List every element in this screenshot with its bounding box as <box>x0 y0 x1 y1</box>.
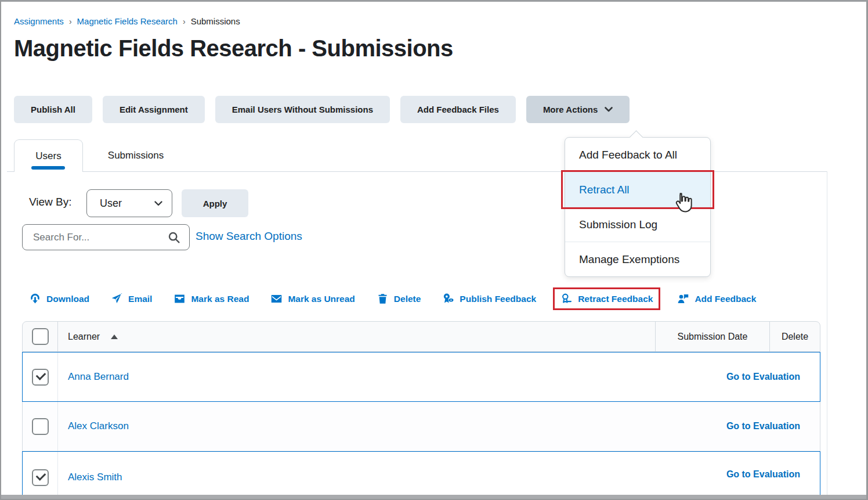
menu-item-retract-all[interactable]: Retract All <box>565 172 710 207</box>
envelope-icon <box>270 293 283 305</box>
retract-feedback-action[interactable]: Retract Feedback <box>553 287 660 310</box>
publish-feedback-icon <box>442 293 454 305</box>
learner-cell: Alexis Smith <box>58 452 820 500</box>
hand-cursor-icon <box>672 191 695 214</box>
row-checkbox[interactable] <box>32 369 49 386</box>
table-header-row: Learner Submission Date Delete <box>22 321 820 352</box>
submission-date-column-header: Submission Date <box>678 332 748 342</box>
add-feedback-icon <box>677 293 689 305</box>
mark-as-read-label: Mark as Read <box>191 294 249 304</box>
header-submission-date-cell: Submission Date <box>655 322 769 351</box>
search-box <box>22 224 190 250</box>
select-all-checkbox[interactable] <box>32 328 49 345</box>
action-bar: Download Email Mark as Read Mark as Unre… <box>29 287 756 310</box>
view-by-select[interactable]: User <box>86 189 172 217</box>
submissions-table: Learner Submission Date Delete Anna Bern… <box>22 321 820 500</box>
apply-button[interactable]: Apply <box>182 189 248 217</box>
tab-submissions[interactable]: Submissions <box>83 139 189 171</box>
email-label: Email <box>128 294 152 304</box>
download-icon <box>29 293 41 305</box>
publish-feedback-label: Publish Feedback <box>460 294 536 304</box>
row-checkbox[interactable] <box>32 469 49 486</box>
search-icon[interactable] <box>167 231 181 244</box>
download-action[interactable]: Download <box>29 293 89 305</box>
mark-read-icon <box>173 293 186 305</box>
row-checkbox[interactable] <box>32 418 49 435</box>
edit-assignment-button[interactable]: Edit Assignment <box>103 96 205 123</box>
page-title: Magnetic Fields Research - Submissions <box>14 35 453 62</box>
chevron-down-icon <box>605 107 613 112</box>
header-delete-cell: Delete <box>769 322 820 351</box>
tab-users[interactable]: Users <box>14 139 83 172</box>
breadcrumb-assignment-name[interactable]: Magnetic Fields Research <box>77 16 178 26</box>
header-checkbox-cell <box>23 322 58 351</box>
table-row: Alexis Smith Go to Evaluation <box>22 451 820 500</box>
more-actions-menu: Add Feedback to All Retract All Submissi… <box>565 137 711 277</box>
retract-feedback-icon <box>560 293 573 305</box>
search-input[interactable] <box>33 232 167 243</box>
mark-as-unread-action[interactable]: Mark as Unread <box>270 293 355 305</box>
learner-name-link[interactable]: Alex Clarkson <box>68 420 129 432</box>
more-actions-button[interactable]: More Actions <box>526 96 630 123</box>
sort-ascending-icon[interactable] <box>111 334 118 339</box>
delete-column-header: Delete <box>782 332 808 342</box>
email-users-without-submissions-button[interactable]: Email Users Without Submissions <box>215 96 390 123</box>
table-row: Anna Bernard Go to Evaluation <box>22 352 820 402</box>
email-action[interactable]: Email <box>111 293 152 305</box>
download-label: Download <box>46 294 89 304</box>
learner-cell: Anna Bernard <box>58 352 820 401</box>
breadcrumb-current: Submissions <box>191 16 240 26</box>
submissions-page: Assignments › Magnetic Fields Research ›… <box>0 0 868 500</box>
retract-all-label: Retract All <box>579 184 630 196</box>
header-learner-cell: Learner <box>58 322 655 351</box>
go-to-evaluation-link[interactable]: Go to Evaluation <box>726 372 800 382</box>
row-checkbox-cell <box>23 352 58 401</box>
more-actions-label: More Actions <box>543 105 598 114</box>
breadcrumb-separator: › <box>69 17 72 26</box>
mark-as-unread-label: Mark as Unread <box>288 294 355 304</box>
tab-submissions-label: Submissions <box>108 150 164 161</box>
breadcrumb-assignments[interactable]: Assignments <box>14 16 64 26</box>
delete-action[interactable]: Delete <box>377 293 421 305</box>
go-to-evaluation-link[interactable]: Go to Evaluation <box>726 469 800 480</box>
publish-all-button[interactable]: Publish All <box>14 96 92 123</box>
toolbar: Publish All Edit Assignment Email Users … <box>14 96 630 123</box>
breadcrumb: Assignments › Magnetic Fields Research ›… <box>14 16 240 26</box>
window-bottom-edge <box>1 495 866 499</box>
learner-cell: Alex Clarkson <box>58 402 820 451</box>
tab-users-label: Users <box>35 150 61 162</box>
active-tab-indicator <box>31 166 65 170</box>
view-by-label: View By: <box>29 196 72 208</box>
row-checkbox-cell <box>23 402 58 451</box>
add-feedback-action[interactable]: Add Feedback <box>677 293 756 305</box>
breadcrumb-separator: › <box>183 17 186 26</box>
learner-column-header[interactable]: Learner <box>68 332 100 342</box>
menu-item-manage-exemptions[interactable]: Manage Exemptions <box>565 242 710 276</box>
add-feedback-label: Add Feedback <box>695 294 756 304</box>
trash-icon <box>377 293 389 305</box>
retract-feedback-label: Retract Feedback <box>578 294 653 304</box>
table-row: Alex Clarkson Go to Evaluation <box>22 402 820 451</box>
panel-right-border <box>827 171 827 498</box>
publish-feedback-action[interactable]: Publish Feedback <box>442 293 536 305</box>
delete-label: Delete <box>394 294 421 304</box>
send-icon <box>111 293 123 305</box>
go-to-evaluation-link[interactable]: Go to Evaluation <box>726 421 800 431</box>
row-checkbox-cell <box>23 452 58 500</box>
learner-name-link[interactable]: Alexis Smith <box>68 472 122 483</box>
chevron-down-icon <box>154 201 162 206</box>
menu-item-add-feedback-to-all[interactable]: Add Feedback to All <box>565 138 710 172</box>
learner-name-link[interactable]: Anna Bernard <box>68 371 129 383</box>
add-feedback-files-button[interactable]: Add Feedback Files <box>400 96 516 123</box>
show-search-options-link[interactable]: Show Search Options <box>196 230 302 243</box>
view-by-selected-value: User <box>100 197 154 210</box>
mark-as-read-action[interactable]: Mark as Read <box>173 293 249 305</box>
